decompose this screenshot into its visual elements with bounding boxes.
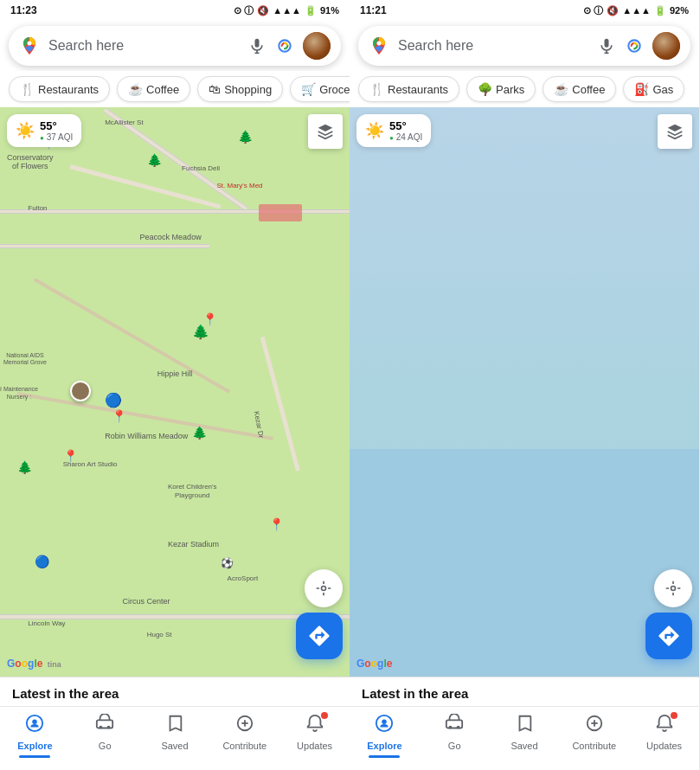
chip-grocer-left[interactable]: 🛒 Grocer	[290, 76, 350, 102]
google-maps-logo-right	[369, 35, 389, 56]
nav-saved-right[interactable]: Saved	[490, 714, 560, 758]
weather-temp-left: 55°	[40, 119, 73, 132]
latest-area-right: Latest in the area	[350, 677, 699, 706]
svg-point-5	[322, 587, 326, 591]
svg-point-19	[671, 587, 676, 591]
nav-contribute-left[interactable]: Contribute	[209, 714, 279, 758]
svg-point-4	[279, 40, 290, 51]
chip-coffee-left[interactable]: ☕ Coffee	[117, 76, 190, 102]
map-area-right[interactable]: ☀️ 55° ● 24 AQI	[350, 107, 699, 677]
directions-fab-left[interactable]	[296, 613, 343, 659]
search-input-left[interactable]: Search here	[48, 38, 239, 54]
google-maps-logo-left	[19, 35, 40, 56]
chip-coffee-right[interactable]: ☕ Coffee	[543, 76, 616, 102]
svg-point-18	[628, 40, 639, 51]
notification-badge-left	[321, 712, 328, 719]
google-logo-left: Google tina	[7, 658, 61, 670]
google-logo-right: Google	[356, 658, 392, 670]
status-bar-right: 11:21 ⊙ ⓘ 🔇 ▲▲▲ 🔋 92%	[350, 0, 699, 21]
category-chips-left: 🍴 Restaurants ☕ Coffee 🛍 Shopping 🛒 Groc…	[0, 71, 350, 107]
weather-widget-left: ☀️ 55° ● 37 AQI	[7, 114, 81, 147]
lens-icon-right[interactable]	[625, 36, 644, 55]
weather-temp-right: 55°	[389, 119, 422, 132]
svg-point-14	[377, 42, 382, 46]
avatar-left[interactable]	[303, 32, 331, 60]
search-bar-container-right: Search here	[350, 21, 699, 71]
time-right: 11:21	[360, 4, 387, 16]
map-area-left[interactable]: 🌲 🌲 🌲 🌲 🌲 📍 📍 📍 📍 📍 Conservatoryof Flowe…	[0, 107, 350, 677]
user-location-left	[70, 381, 91, 401]
location-button-right[interactable]	[654, 569, 692, 607]
status-icons-left: ⊙ ⓘ 🔇 ▲▲▲ 🔋 91%	[234, 4, 339, 17]
nav-explore-left[interactable]: Explore	[0, 714, 70, 758]
location-button-left[interactable]	[305, 569, 343, 607]
nav-explore-right[interactable]: Explore	[350, 714, 420, 758]
svg-point-9	[100, 726, 103, 729]
nav-go-left[interactable]: Go	[70, 714, 140, 758]
weather-aqi-right: ● 24 AQI	[389, 132, 422, 142]
search-bar-right[interactable]: Search here	[358, 26, 690, 66]
svg-rect-1	[255, 39, 260, 48]
chip-parks-right[interactable]: 🌳 Parks	[466, 76, 536, 102]
mic-icon-right[interactable]	[597, 36, 616, 55]
avatar-right[interactable]	[652, 32, 680, 60]
notification-badge-right	[671, 712, 678, 719]
svg-point-24	[457, 726, 460, 729]
category-chips-right: 🍴 Restaurants 🌳 Parks ☕ Coffee ⛽ Gas	[350, 71, 699, 107]
svg-point-21	[382, 719, 388, 724]
svg-rect-8	[97, 720, 112, 728]
chip-restaurants-left[interactable]: 🍴 Restaurants	[9, 76, 110, 102]
chip-restaurants-right[interactable]: 🍴 Restaurants	[358, 76, 459, 102]
weather-widget-right: ☀️ 55° ● 24 AQI	[356, 114, 431, 147]
nav-go-right[interactable]: Go	[420, 714, 490, 758]
svg-point-10	[107, 726, 111, 729]
nav-contribute-right[interactable]: Contribute	[559, 714, 629, 758]
search-bar-container-left: Search here	[0, 21, 350, 71]
svg-rect-22	[446, 720, 462, 728]
weather-aqi-left: ● 37 AQI	[40, 132, 73, 142]
map-water: ☀️ 55° ● 24 AQI	[350, 107, 699, 677]
lens-icon-left[interactable]	[275, 36, 294, 55]
svg-point-7	[33, 719, 38, 724]
layer-button-right[interactable]	[658, 114, 692, 149]
bottom-nav-right: Explore Go Saved	[350, 706, 699, 770]
mic-icon-left[interactable]	[247, 36, 267, 55]
time-left: 11:23	[10, 4, 37, 16]
nav-updates-right[interactable]: Updates	[629, 714, 699, 758]
chip-shopping-left[interactable]: 🛍 Shopping	[197, 76, 283, 102]
search-input-right[interactable]: Search here	[398, 38, 588, 54]
search-icons-right	[597, 32, 680, 60]
status-icons-right: ⊙ ⓘ 🔇 ▲▲▲ 🔋 92%	[583, 4, 689, 17]
right-phone: 11:21 ⊙ ⓘ 🔇 ▲▲▲ 🔋 92% Search here	[350, 0, 699, 770]
nav-saved-left[interactable]: Saved	[140, 714, 210, 758]
layer-button-left[interactable]	[308, 114, 343, 149]
chip-gas-right[interactable]: ⛽ Gas	[623, 76, 684, 102]
left-phone: 11:23 ⊙ ⓘ 🔇 ▲▲▲ 🔋 91% Search here	[0, 0, 350, 770]
svg-rect-15	[605, 39, 609, 48]
search-bar-left[interactable]: Search here	[9, 26, 341, 66]
svg-point-23	[449, 726, 453, 729]
nav-updates-left[interactable]: Updates	[279, 714, 350, 758]
map-park: 🌲 🌲 🌲 🌲 🌲 📍 📍 📍 📍 📍 Conservatoryof Flowe…	[0, 107, 350, 677]
latest-area-left: Latest in the area	[0, 677, 350, 706]
status-bar-left: 11:23 ⊙ ⓘ 🔇 ▲▲▲ 🔋 91%	[0, 0, 350, 21]
search-icons-left	[247, 32, 331, 60]
svg-point-0	[28, 42, 32, 46]
directions-fab-right[interactable]	[645, 613, 692, 659]
bottom-nav-left: Explore Go Saved	[0, 706, 350, 770]
